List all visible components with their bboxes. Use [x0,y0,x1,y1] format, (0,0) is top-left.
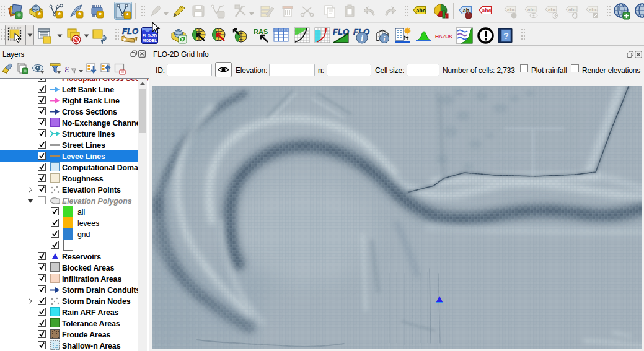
svg-text:ε: ε [65,63,69,75]
svg-text:RAS: RAS [254,28,268,35]
svg-text:FLO: FLO [122,27,138,36]
svg-text:HAZUS: HAZUS [435,33,452,40]
svg-text:*: * [99,11,102,19]
svg-text:*: * [78,11,81,19]
svg-text:*: * [38,11,41,19]
svg-text:*: * [58,11,61,19]
svg-text:abc: abc [507,7,516,12]
svg-text:MODEL: MODEL [143,38,157,43]
svg-text:abc: abc [568,7,577,12]
svg-text:?: ? [503,31,509,41]
svg-text:*: * [126,12,129,19]
svg-text:i: i [361,33,363,43]
svg-text:abc: abc [548,7,557,12]
svg-text:abc: abc [482,7,492,14]
svg-text:abc: abc [416,7,426,14]
svg-text:abc: abc [527,7,536,12]
svg-text:abc: abc [589,7,598,12]
